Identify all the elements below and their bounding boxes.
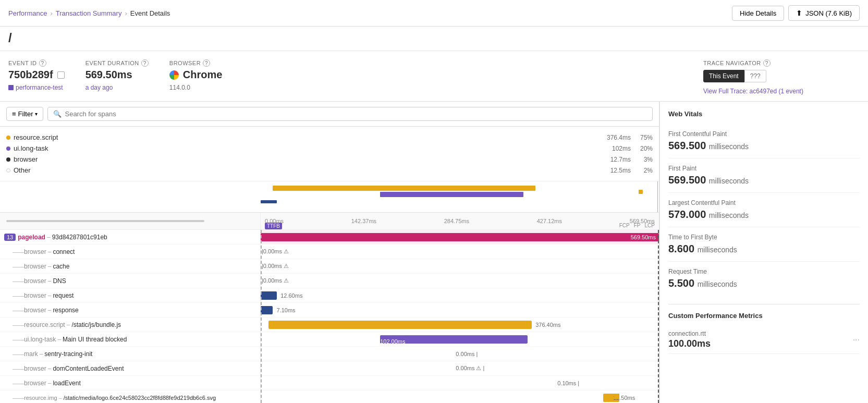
hide-details-button[interactable]: Hide Details <box>732 6 784 21</box>
event-id-label: Event ID ? <box>8 59 65 67</box>
custom-metric-actions[interactable]: ··· <box>853 335 860 345</box>
span-summary-row-1: ui.long-task 102ms20% <box>6 143 653 154</box>
tree-line-dns: —— <box>13 278 24 284</box>
dot-browser <box>6 157 10 162</box>
bar-row-longtask: 102.00ms <box>261 332 659 347</box>
span-name-script: resource.script <box>14 133 58 141</box>
span-type-pageload: pageload <box>18 234 45 241</box>
span-detail-loadevent: loadEvent <box>53 380 80 387</box>
span-type-longtask: ui.long-task <box>24 336 56 343</box>
span-summary-row-0: resource.script 376.4ms75% <box>6 132 653 143</box>
response-bar-label: 7.10ms <box>277 307 296 313</box>
left-panel: ≡ Filter ▾ 🔍 resource.script 376.4ms75% … <box>0 102 659 403</box>
span-item-img[interactable]: —— resource.img – /static/media/logo.6ce… <box>0 390 260 403</box>
copy-icon[interactable] <box>57 71 65 79</box>
bar-row-script: 376.40ms <box>261 317 659 332</box>
event-duration-help-icon[interactable]: ? <box>141 59 149 67</box>
export-icon: ⬆ <box>796 9 802 17</box>
span-item-request[interactable]: —— browser – request <box>0 288 260 303</box>
span-name-longtask: ui.long-task <box>14 144 48 152</box>
breadcrumb-transaction[interactable]: Transaction Summary <box>56 9 122 17</box>
span-names-column: 13 pageload – 93d84287801c91eb —— browse… <box>0 230 261 403</box>
pageload-bar: 569.50ms <box>261 233 659 241</box>
span-type-dom: browser <box>24 365 46 372</box>
dot-script <box>6 136 10 140</box>
span-item-response[interactable]: —— browser – response <box>0 303 260 317</box>
span-item-cache[interactable]: —— browser – cache <box>0 259 260 274</box>
span-item-pageload[interactable]: 13 pageload – 93d84287801c91eb <box>0 230 260 245</box>
filter-button[interactable]: ≡ Filter ▾ <box>6 107 43 121</box>
span-summary-row-2: browser 12.7ms3% <box>6 154 653 165</box>
main-layout: ≡ Filter ▾ 🔍 resource.script 376.4ms75% … <box>0 102 868 403</box>
tree-line-mark: —— <box>13 351 24 357</box>
span-item-domcontentloaded[interactable]: —— browser – domContentLoadedEvent <box>0 361 260 376</box>
span-detail-cache: cache <box>53 263 69 270</box>
this-event-tab[interactable]: This Event <box>703 70 744 82</box>
trace-nav-help-icon[interactable]: ? <box>763 59 771 67</box>
overview-request-bar <box>261 200 277 203</box>
dot-longtask <box>6 146 10 151</box>
span-item-script[interactable]: —— resource.script – /static/js/bundle.j… <box>0 317 260 332</box>
breadcrumb-sep2: › <box>125 9 127 17</box>
vital-fp-name: First Paint <box>668 165 860 172</box>
tree-line-img: —— <box>13 395 24 401</box>
filter-bar: ≡ Filter ▾ 🔍 <box>0 102 659 127</box>
bar-row-pageload: 569.50ms <box>261 230 659 245</box>
trace-nav-label: Trace Navigator ? <box>703 59 860 67</box>
span-name-other: Other <box>14 166 31 174</box>
browser-help-icon[interactable]: ? <box>203 59 210 67</box>
bar-row-img: 12.50ms <box>261 390 659 403</box>
span-time-longtask: 102ms <box>612 145 631 152</box>
json-button[interactable]: ⬆ JSON (7.6 KiB) <box>788 5 860 21</box>
vital-rt: Request Time 5.500 milliseconds <box>668 262 860 296</box>
browser-value: Chrome <box>169 69 223 81</box>
tree-line-cache: —— <box>13 263 24 270</box>
web-vitals-title: Web Vitals <box>668 110 860 118</box>
event-id-help-icon[interactable]: ? <box>39 59 46 67</box>
vital-fcp: First Contentful Paint 569.500 milliseco… <box>668 124 860 158</box>
view-full-trace-link[interactable]: View Full Trace: ac6497ed (1 event) <box>703 88 860 95</box>
page-title: / <box>0 27 868 51</box>
web-vitals-section: Web Vitals First Contentful Paint 569.50… <box>668 110 860 296</box>
vital-lcp-value: 579.000 milliseconds <box>668 209 860 221</box>
axis-ticks: 0.00ms 142.37ms 284.75ms 427.12ms 569.50… <box>261 213 659 229</box>
dns-bar-label: |0.00ms ⚠ <box>262 277 289 284</box>
scrollbar-thumb[interactable] <box>6 220 204 222</box>
span-detail-request: request <box>53 292 74 299</box>
tree-line-script: —— <box>13 322 24 328</box>
trace-navigator: Trace Navigator ? This Event ??? View Fu… <box>703 59 860 95</box>
span-item-longtask[interactable]: —— ui.long-task – Main UI thread blocked <box>0 332 260 347</box>
span-item-dns[interactable]: —— browser – DNS <box>0 274 260 288</box>
span-item-loadevent[interactable]: —— browser – loadEvent <box>0 376 260 390</box>
mark-bar-label: 0.00ms | <box>456 351 478 357</box>
timeline-axis: 0.00ms 142.37ms 284.75ms 427.12ms 569.50… <box>0 213 659 230</box>
event-duration-time: a day ago <box>85 84 149 91</box>
dot-other <box>6 168 10 173</box>
breadcrumb: Performance › Transaction Summary › Even… <box>8 9 170 17</box>
project-badge[interactable]: performance-test <box>8 84 65 91</box>
custom-metrics-title: Custom Performance Metrics <box>668 312 860 320</box>
connect-bar-label: |0.00ms ⚠ <box>262 248 289 255</box>
event-duration-group: Event Duration ? 569.50ms a day ago <box>85 59 149 91</box>
fp-label: FP <box>634 223 641 229</box>
span-item-connect[interactable]: —— browser – connect <box>0 245 260 259</box>
end-line <box>658 230 659 403</box>
breadcrumb-performance[interactable]: Performance <box>8 9 47 17</box>
search-input[interactable] <box>65 110 647 118</box>
fcp-label: FCP <box>619 223 630 229</box>
spacer <box>282 223 619 229</box>
request-bar <box>261 291 277 300</box>
span-time-other: 12.5ms <box>610 167 631 174</box>
question-tab[interactable]: ??? <box>744 70 766 82</box>
vital-ttfb-value: 8.600 milliseconds <box>668 243 860 255</box>
bar-row-dom: 0.00ms ⚠ | <box>261 361 659 376</box>
vital-rt-value: 5.500 milliseconds <box>668 277 860 289</box>
span-item-mark[interactable]: —— mark – sentry-tracing-init <box>0 347 260 361</box>
trace-tabs: This Event ??? <box>703 70 860 82</box>
meta-row: Event ID ? 750b289f performance-test Eve… <box>0 51 868 102</box>
span-detail-dns: DNS <box>53 277 66 285</box>
event-duration-value: 569.50ms <box>85 69 149 81</box>
span-pct-longtask: 20% <box>637 145 653 152</box>
filter-chevron-icon: ▾ <box>35 111 38 117</box>
vital-lcp: Largest Contentful Paint 579.000 millise… <box>668 193 860 227</box>
